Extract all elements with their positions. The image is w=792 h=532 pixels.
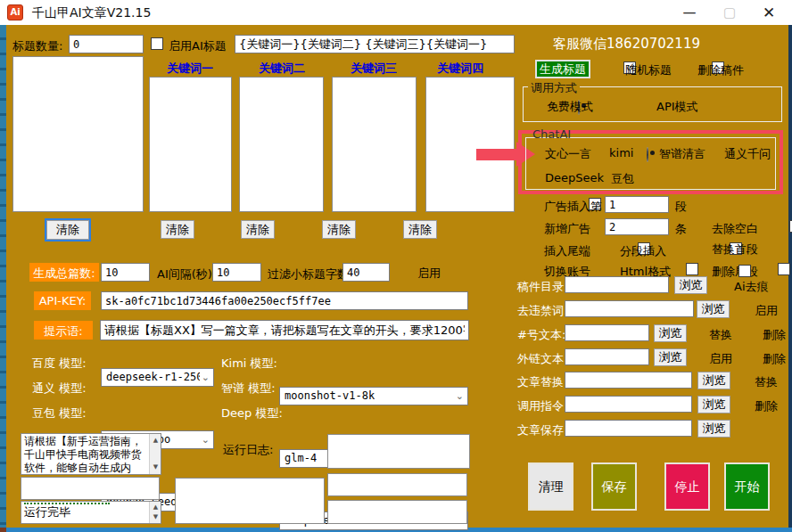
enable-ai-title-label: 启用AI标题 [169, 38, 227, 54]
call-command-label: 调用指令: [517, 398, 567, 414]
article-replace-browse-button[interactable]: 浏览 [697, 372, 730, 389]
clear-keyword3-button[interactable]: 清除 [322, 220, 356, 239]
extlink-text-label: 外链文本: [517, 351, 567, 367]
hash-text-input[interactable] [565, 324, 649, 341]
hash-text-label: #号文本: [517, 327, 565, 343]
clear-keyword2-button[interactable]: 清除 [241, 220, 275, 239]
banned-words-input[interactable] [565, 300, 694, 317]
chevron-down-icon: ⌄ [202, 434, 210, 446]
draft-dir-browse-button[interactable]: 浏览 [674, 276, 707, 294]
keyword1-header: 关键词一 [167, 61, 213, 77]
new-ad-label: 新增广告 [544, 221, 590, 237]
notes-textarea[interactable]: 请根据【新手运营指南，千山甲快手电商视频带货软件，能够自动生成内容，推 ▲ ▼ [21, 433, 161, 475]
minimize-button[interactable]: — [674, 0, 705, 25]
status-scrollbar[interactable]: ▲ ▼ [149, 502, 161, 523]
banned-words-label: 去违禁词: [517, 303, 567, 319]
call-mode-group-label: 调用方式 [528, 80, 580, 96]
notes-text: 请根据【新手运营指南，千山甲快手电商视频带货软件，能够自动生成内容，推 [21, 434, 146, 475]
scroll-up-icon[interactable]: ▲ [150, 436, 161, 446]
title-list-textarea[interactable] [12, 56, 144, 212]
extlink-text-input[interactable] [565, 348, 649, 365]
keyword4-header: 关键词四 [437, 61, 483, 77]
prompt-input[interactable] [100, 320, 469, 340]
app-icon: Ai [7, 4, 23, 20]
keyword4-textarea[interactable] [425, 77, 515, 212]
run-log-box-right1[interactable] [327, 473, 467, 496]
keyword1-textarea[interactable] [149, 77, 232, 212]
keyword3-header: 关键词三 [351, 61, 397, 77]
ai-interval-input[interactable] [212, 263, 261, 282]
maximize-button[interactable]: ▢ [714, 0, 745, 25]
start-button[interactable]: 开始 [724, 462, 770, 511]
run-log-box-top[interactable] [327, 434, 470, 469]
hash-text-browse-button[interactable]: 浏览 [654, 324, 687, 342]
service-wechat-text: 客服微信18620702119 [553, 36, 700, 53]
annotation-arrow-body [476, 149, 517, 160]
kimi-model-value: moonshot-v1-8k [285, 389, 375, 402]
article-replace-input[interactable] [565, 372, 692, 389]
clean-button[interactable]: 清理 [528, 462, 573, 511]
enable-ai-title-checkbox[interactable] [151, 37, 163, 50]
window-title: 千山甲AI文章V21.15 [32, 5, 151, 21]
baidu-model-select[interactable]: deepseek-r1-250528⌄ [101, 368, 214, 387]
aux-box-left[interactable] [21, 477, 160, 500]
stop-button[interactable]: 停止 [664, 462, 710, 511]
close-button[interactable]: ✕ [754, 0, 784, 25]
doubao-model-label: 豆包 模型: [32, 405, 87, 422]
free-mode-label: 免费模式 [547, 99, 593, 115]
hash-delete-label: 删除 [763, 327, 786, 343]
clear-titles-button[interactable]: 清除 [46, 220, 89, 240]
scroll-down-icon[interactable]: ▼ [150, 462, 161, 472]
api-key-input[interactable] [101, 291, 468, 310]
notes-scrollbar[interactable]: ▲ ▼ [149, 434, 161, 474]
save-button[interactable]: 保存 [591, 462, 637, 511]
run-log-label: 运行日志: [223, 442, 273, 458]
chatai-zhipu-label: 智谱清言 [659, 146, 705, 162]
run-log-box-right2[interactable] [327, 500, 467, 524]
article-replace-check-label: 替换 [755, 374, 778, 390]
chatai-tongyi-label: 通义千问 [724, 146, 771, 162]
keyword2-header: 关键词二 [259, 61, 305, 77]
title-bar: Ai 千山甲AI文章V21.15 — ▢ ✕ [0, 0, 792, 25]
clear-keyword4-button[interactable]: 清除 [403, 220, 437, 239]
article-save-browse-button[interactable]: 浏览 [697, 420, 730, 438]
keyword2-textarea[interactable] [239, 77, 324, 212]
delete-draft-label: 删除稿件 [697, 62, 744, 78]
ai-trace-label: Ai去痕 [734, 279, 769, 295]
scroll-up-icon[interactable]: ▲ [150, 503, 161, 512]
ad-insert-at-input[interactable] [605, 196, 669, 213]
replace-first-label: 替换首段 [712, 241, 758, 258]
title-template-input[interactable] [235, 35, 515, 53]
total-count-input[interactable] [101, 263, 150, 282]
total-count-label: 生成总篇数: [29, 263, 99, 282]
status-listbox[interactable]: 运行完毕 ▲ ▼ [21, 501, 161, 524]
baidu-model-value: deepseek-r1-250528 [106, 371, 200, 383]
kimi-model-select[interactable]: moonshot-v1-8k⌄ [279, 387, 468, 405]
deep-model-label: Deep 模型: [221, 405, 283, 422]
chatai-wenxin-label: 文心一言 [545, 146, 591, 162]
filter-enable-checkbox[interactable] [738, 265, 751, 277]
keyword3-textarea[interactable] [332, 77, 417, 212]
call-command-browse-button[interactable]: 浏览 [697, 396, 730, 413]
extlink-browse-button[interactable]: 浏览 [654, 348, 687, 366]
app-window: Ai 千山甲AI文章V21.15 — ▢ ✕ 标题数量: 启用AI标题 客服微信… [0, 0, 792, 532]
filter-subtitle-input[interactable] [342, 263, 390, 282]
insert-tail-label: 插入尾端 [544, 243, 590, 259]
ad-insert-at-suffix: 段 [675, 199, 687, 215]
article-save-label: 文章保存: [517, 422, 567, 438]
new-ad-suffix: 条 [675, 221, 687, 237]
draft-dir-input[interactable] [565, 276, 669, 293]
new-ad-input[interactable] [605, 218, 669, 235]
scroll-down-icon[interactable]: ▼ [150, 512, 161, 522]
article-save-input[interactable] [565, 420, 692, 437]
call-command-input[interactable] [565, 396, 692, 413]
switch-account-checkbox[interactable] [686, 263, 698, 275]
kimi-model-label: Kimi 模型: [221, 356, 277, 372]
run-log-box-middle[interactable] [175, 478, 325, 524]
title-count-input[interactable] [69, 35, 144, 53]
html-format-checkbox[interactable] [778, 263, 790, 275]
ad-insert-at-label: 广告插入第 [544, 199, 602, 215]
banned-words-browse-button[interactable]: 浏览 [697, 300, 730, 318]
clear-keyword1-button[interactable]: 清除 [161, 220, 194, 239]
generate-title-button[interactable]: 生成标题 [535, 60, 590, 78]
